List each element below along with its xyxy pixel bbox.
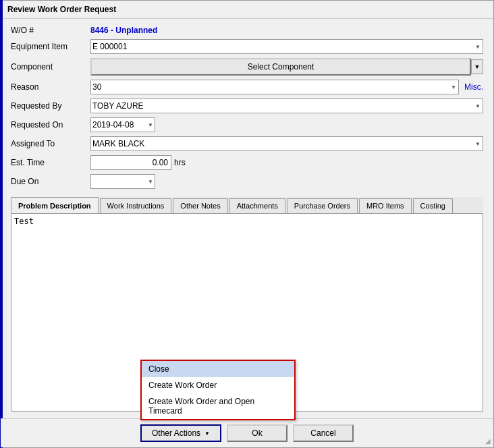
reason-control: 30 Misc. (90, 80, 483, 94)
misc-link[interactable]: Misc. (464, 82, 483, 92)
component-dropdown-arrow[interactable]: ▼ (471, 59, 483, 74)
reason-label: Reason (11, 82, 85, 92)
component-control: Select Component ▼ (90, 58, 483, 76)
requested-on-row: Requested On ▼ (11, 117, 483, 132)
requested-by-row: Requested By TOBY AZURE (11, 99, 483, 113)
due-on-label: Due On (11, 177, 85, 186)
tab-attachments[interactable]: Attachments (229, 198, 285, 213)
cancel-button[interactable]: Cancel (293, 424, 354, 442)
equipment-select[interactable]: E 000001 (90, 39, 483, 54)
wo-row: W/O # 8446 - Unplanned (11, 26, 483, 35)
est-time-input[interactable] (90, 155, 171, 170)
other-actions-label: Other Actions (152, 428, 200, 438)
component-label: Component (11, 62, 85, 72)
assigned-to-row: Assigned To MARK BLACK (11, 136, 483, 151)
due-on-date-wrap: ▼ (90, 174, 155, 189)
requested-on-input[interactable] (92, 120, 146, 130)
due-on-input[interactable] (92, 177, 146, 186)
est-time-control: hrs (90, 155, 483, 170)
tab-other-notes[interactable]: Other Notes (173, 198, 227, 213)
requested-by-select[interactable]: TOBY AZURE (90, 99, 483, 113)
tabs-bar: Problem Description Work Instructions Ot… (11, 197, 483, 214)
due-on-row: Due On ▼ (11, 174, 483, 189)
form-body: W/O # 8446 - Unplanned Equipment Item E … (1, 19, 493, 418)
tab-mro-items[interactable]: MRO Items (359, 198, 412, 213)
dropdown-item-create-wo-timecard[interactable]: Create Work Order and Open Timecard (142, 393, 294, 419)
select-component-button[interactable]: Select Component (90, 58, 471, 76)
assigned-to-control: MARK BLACK (90, 136, 483, 151)
due-on-control: ▼ (90, 174, 483, 189)
hrs-label: hrs (174, 158, 186, 167)
assigned-to-select[interactable]: MARK BLACK (90, 136, 483, 151)
wo-control: 8446 - Unplanned (90, 26, 483, 35)
other-actions-wrap: Close Create Work Order Create Work Orde… (140, 424, 221, 442)
requested-on-date-wrap: ▼ (90, 117, 155, 132)
requested-on-arrow[interactable]: ▼ (148, 122, 153, 128)
footer-bar: Close Create Work Order Create Work Orde… (1, 418, 493, 447)
window-title: Review Work Order Request (7, 5, 116, 14)
other-actions-dropdown-arrow: ▼ (204, 430, 210, 437)
assigned-to-label: Assigned To (11, 139, 85, 148)
reason-select-wrapper: 30 (90, 80, 459, 94)
ok-button[interactable]: Ok (227, 424, 287, 442)
equipment-label: Equipment Item (11, 42, 85, 51)
left-accent (1, 19, 3, 418)
wo-label: W/O # (11, 26, 85, 35)
other-actions-button[interactable]: Other Actions ▼ (140, 424, 221, 442)
assigned-to-select-wrapper: MARK BLACK (90, 136, 483, 151)
requested-by-select-wrapper: TOBY AZURE (90, 99, 483, 113)
component-row: Component Select Component ▼ (11, 58, 483, 76)
dropdown-item-create-wo[interactable]: Create Work Order (142, 377, 294, 393)
due-on-arrow[interactable]: ▼ (148, 179, 153, 185)
requested-on-control: ▼ (90, 117, 483, 132)
est-time-row: Est. Time hrs (11, 155, 483, 170)
requested-on-label: Requested On (11, 120, 85, 130)
main-window: Review Work Order Request W/O # 8446 - U… (0, 0, 494, 448)
requested-by-label: Requested By (11, 101, 85, 111)
est-time-label: Est. Time (11, 158, 85, 167)
other-actions-dropdown: Close Create Work Order Create Work Orde… (140, 360, 296, 420)
equipment-control: E 000001 (90, 39, 483, 54)
dropdown-item-close[interactable]: Close (142, 361, 294, 377)
requested-by-control: TOBY AZURE (90, 99, 483, 113)
reason-select[interactable]: 30 (90, 80, 459, 94)
equipment-select-wrapper: E 000001 (90, 39, 483, 54)
resize-handle: ◢ (485, 437, 491, 445)
tab-problem-description[interactable]: Problem Description (11, 197, 99, 213)
tab-costing[interactable]: Costing (413, 198, 453, 213)
equipment-row: Equipment Item E 000001 (11, 39, 483, 54)
tab-work-instructions[interactable]: Work Instructions (100, 198, 172, 213)
title-bar: Review Work Order Request (1, 1, 493, 19)
tab-purchase-orders[interactable]: Purchase Orders (287, 198, 358, 213)
wo-value: 8446 - Unplanned (90, 26, 157, 35)
reason-row: Reason 30 Misc. (11, 80, 483, 94)
